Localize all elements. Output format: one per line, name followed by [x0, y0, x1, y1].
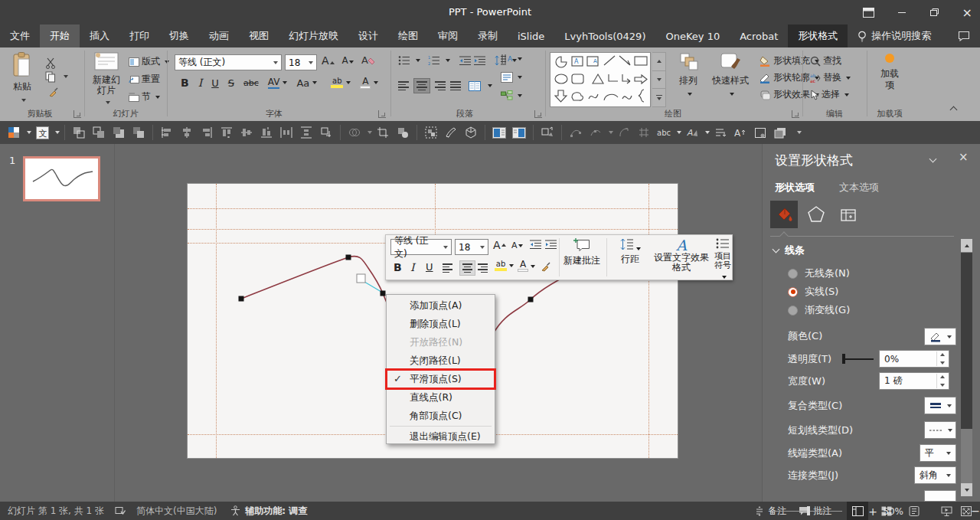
group-objects-icon[interactable] — [422, 123, 440, 142]
tab-insert[interactable]: 插入 — [80, 25, 119, 47]
no-line-radio[interactable] — [788, 269, 798, 279]
display-check-icon[interactable] — [115, 506, 126, 516]
tab-review[interactable]: 审阅 — [428, 25, 468, 47]
theme-palette-caret-icon[interactable] — [27, 131, 31, 134]
paste-button[interactable]: 粘贴 — [6, 52, 38, 104]
bezier-control-handle[interactable] — [357, 274, 365, 283]
snap-point-icon[interactable] — [635, 123, 653, 142]
picture-layout-title-icon[interactable] — [490, 123, 508, 142]
shrink-font-button[interactable]: A — [342, 55, 354, 66]
menu-item-smooth-point[interactable]: ✓ 平滑顶点(S) — [387, 370, 495, 388]
tab-record[interactable]: 录制 — [468, 25, 508, 47]
font-size-combobox[interactable]: 18 — [285, 54, 317, 70]
comments-toggle[interactable] — [948, 25, 980, 47]
equalize-size-icon[interactable] — [317, 123, 335, 142]
transparency-spinbox[interactable]: 0% — [879, 350, 949, 368]
quick-styles-button[interactable]: 快速样式 — [706, 52, 755, 98]
tab-home[interactable]: 开始 — [40, 25, 80, 47]
tab-slideshow[interactable]: 幻灯片放映 — [279, 25, 348, 47]
character-spacing-button[interactable]: AV — [268, 77, 280, 89]
tab-acrobat[interactable]: Acrobat — [730, 25, 788, 47]
zoom-level[interactable]: 50% — [883, 506, 903, 517]
abc-text-caret-icon[interactable] — [677, 131, 681, 134]
accessibility-status[interactable]: 辅助功能: 调查 — [245, 505, 307, 518]
tab-print[interactable]: 打印 — [119, 25, 159, 47]
align-left-button[interactable] — [398, 81, 409, 90]
width-spinbox[interactable]: 1 磅 — [879, 372, 949, 390]
scrollbar-down-button[interactable] — [961, 483, 972, 496]
frame-object-icon[interactable] — [751, 123, 769, 142]
text-highlight-button[interactable]: ab — [331, 77, 343, 88]
justify-button[interactable] — [450, 81, 461, 90]
tab-file[interactable]: 文件 — [0, 25, 40, 47]
mini-highlight-button[interactable]: ab — [495, 260, 514, 271]
numbering-caret-icon[interactable] — [446, 59, 450, 62]
align-top-objects-icon[interactable] — [217, 123, 236, 142]
mini-italic-button[interactable]: I — [410, 261, 415, 273]
mini-align-center-button[interactable] — [459, 260, 475, 276]
font-color-button[interactable]: A — [360, 77, 371, 89]
mini-align-right-button[interactable] — [478, 263, 488, 273]
italic-button[interactable]: I — [198, 77, 203, 89]
pane-close-icon[interactable]: × — [959, 150, 969, 164]
text-style-box-icon[interactable]: 文 — [33, 123, 51, 142]
width-spin-buttons[interactable] — [936, 374, 947, 388]
columns-caret-icon[interactable] — [488, 84, 492, 87]
bring-to-front-icon[interactable] — [109, 123, 128, 142]
cap-type-dropdown[interactable]: 平 — [920, 444, 956, 462]
qat-overflow-caret-icon[interactable] — [797, 131, 802, 134]
mini-bold-button[interactable]: B — [394, 261, 402, 273]
ink-tool-icon[interactable] — [442, 123, 460, 142]
convert-path-icon[interactable] — [615, 123, 633, 142]
3d-model-icon[interactable] — [462, 123, 480, 142]
distribute-vertical-icon[interactable] — [297, 123, 315, 142]
picture-layout-caption-icon[interactable] — [510, 123, 528, 142]
align-bottom-objects-icon[interactable] — [257, 123, 276, 142]
zoom-in-button[interactable]: + — [868, 505, 877, 518]
menu-item-straight-point[interactable]: 直线点(R) — [387, 388, 495, 407]
mini-font-size-combobox[interactable]: 18 — [455, 239, 488, 255]
tab-draw[interactable]: 绘图 — [388, 25, 428, 47]
transparency-slider-thumb[interactable] — [842, 354, 845, 364]
move-layer-icon[interactable] — [711, 123, 730, 142]
align-right-button[interactable] — [435, 81, 446, 90]
addins-button[interactable]: 加载项 — [873, 54, 906, 91]
tab-view[interactable]: 视图 — [239, 25, 279, 47]
line-color-button[interactable] — [924, 328, 956, 345]
tab-animation[interactable]: 动画 — [199, 25, 239, 47]
edit-points-icon[interactable] — [567, 123, 585, 142]
format-painter-icon[interactable] — [44, 83, 63, 101]
grow-font-button[interactable]: A — [322, 54, 335, 67]
align-left-objects-icon[interactable] — [158, 123, 176, 142]
text-style-caret-icon[interactable] — [55, 131, 60, 134]
slide-counter[interactable]: 幻灯片 第 1 张, 共 1 张 — [8, 505, 104, 518]
arrow-type-dropdown-partial[interactable] — [924, 490, 956, 502]
compound-type-dropdown[interactable] — [924, 397, 956, 414]
text-highlight-caret-icon[interactable] — [346, 81, 351, 84]
layer-stack-icon[interactable] — [771, 123, 789, 142]
subscript-abc-button[interactable]: abc — [243, 78, 259, 88]
collapse-ribbon-icon[interactable] — [950, 106, 958, 114]
increase-indent-icon[interactable] — [474, 56, 485, 66]
text-direction-button[interactable]: A — [501, 54, 522, 64]
bullets-caret-icon[interactable] — [416, 59, 420, 62]
copy-caret-icon[interactable] — [64, 75, 68, 78]
font-name-combobox[interactable]: 等线 (正文) — [175, 54, 282, 70]
pane-scrollbar[interactable] — [961, 239, 972, 496]
decrease-indent-icon[interactable] — [459, 56, 471, 66]
change-shape-icon[interactable] — [538, 123, 557, 142]
replace-button[interactable]: abac 替换 — [810, 71, 851, 84]
mini-font-name-combobox[interactable]: 等线 (正文) — [390, 239, 452, 255]
shape-gallery-more-button[interactable] — [652, 88, 665, 106]
mini-align-left-button[interactable] — [443, 263, 452, 273]
menu-item-close-path[interactable]: 关闭路径(L) — [387, 352, 495, 370]
vertex-4[interactable] — [528, 297, 534, 303]
bold-button[interactable]: B — [181, 77, 189, 89]
tab-shape-format[interactable]: 形状格式 — [788, 25, 848, 47]
fit-slide-to-window-button[interactable] — [956, 502, 977, 520]
gradient-line-radio[interactable] — [788, 306, 798, 316]
tab-transition[interactable]: 切换 — [159, 25, 199, 47]
shape-gallery[interactable]: A A — [550, 52, 651, 107]
vertex-2[interactable] — [346, 255, 351, 260]
slide-thumbnail-1[interactable] — [23, 156, 100, 201]
